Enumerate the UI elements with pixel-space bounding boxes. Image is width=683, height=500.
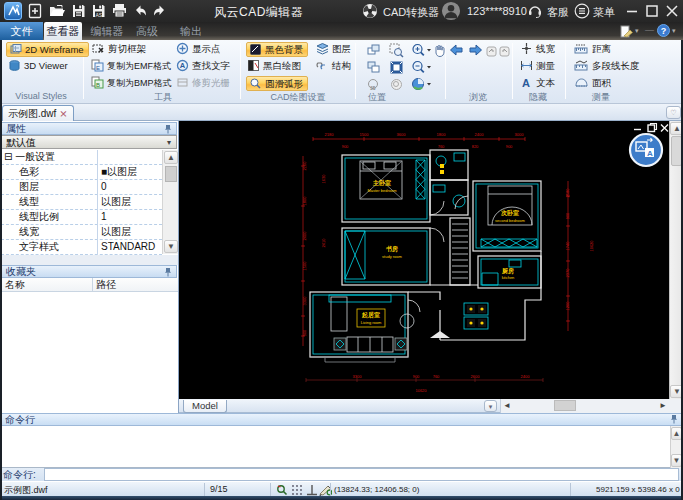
svg-text:书房: 书房 [385,245,398,253]
svg-text:35: 35 [370,85,376,91]
svg-text:2600: 2600 [471,374,481,379]
svg-text:2370: 2370 [565,268,570,278]
svg-text:2400: 2400 [521,374,531,379]
svg-text:10620: 10620 [589,240,594,252]
svg-text:A: A [647,149,653,158]
svg-text:B: B [96,82,100,88]
svg-text:820: 820 [472,144,479,149]
svg-text:?: ? [661,26,667,36]
svg-text:study room: study room [382,254,402,259]
svg-text:3300: 3300 [353,374,363,379]
svg-text:Master bedroom: Master bedroom [367,188,397,193]
svg-text:1630: 1630 [321,174,326,184]
svg-text:A: A [522,77,530,89]
svg-text:Living room: Living room [361,320,382,325]
svg-text:2180: 2180 [325,132,335,137]
svg-text:2410: 2410 [321,238,326,248]
svg-text:厨房: 厨房 [501,267,514,275]
svg-text:主卧室: 主卧室 [372,179,391,186]
svg-text:1500: 1500 [360,132,370,137]
svg-text:760: 760 [433,374,440,379]
svg-text:2400: 2400 [475,132,485,137]
svg-text:A: A [180,61,186,70]
svg-text:10620: 10620 [415,388,427,393]
svg-text:1740: 1740 [565,241,570,251]
svg-text:second bedroom: second bedroom [495,218,525,223]
svg-text:3000: 3000 [515,132,525,137]
svg-text:3600: 3600 [397,132,407,137]
svg-text:900: 900 [413,374,420,379]
svg-text:1200: 1200 [565,301,570,311]
svg-text:900: 900 [506,144,513,149]
svg-text:AS: AS [96,12,103,18]
svg-text:次卧室: 次卧室 [501,209,519,217]
svg-text:kitchen: kitchen [502,275,515,280]
svg-text:760: 760 [438,144,445,149]
svg-text:E: E [96,65,100,71]
svg-text:1800: 1800 [437,132,447,137]
svg-text:900: 900 [565,212,570,219]
svg-text:900: 900 [342,144,349,149]
svg-text:起居室: 起居室 [361,311,380,319]
